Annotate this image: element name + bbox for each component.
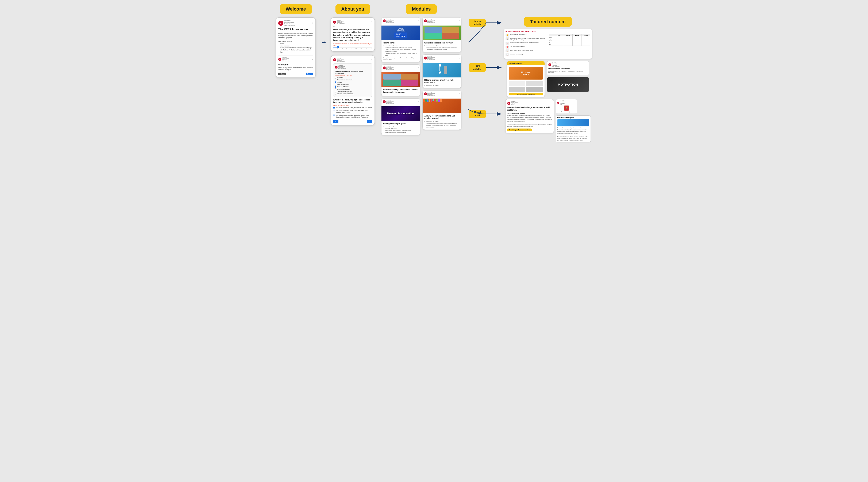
slider-fill bbox=[333, 47, 337, 48]
w3-2 bbox=[572, 38, 582, 40]
motivation-cards: K KnowledgeExercise-EfficacyParticipatio… bbox=[547, 61, 589, 92]
take-control-text: TAKECONTROL bbox=[396, 33, 405, 37]
module-he-header: K KnowledgeExercise-EfficacyParticipatio… bbox=[423, 55, 461, 61]
menu-we[interactable]: ≡ bbox=[459, 20, 460, 22]
pain-arthritis-row: Exercise Referral 📋 ExerciseReferral Exe… bbox=[507, 61, 589, 97]
radio-2[interactable]: I would like to be more active, but I ha… bbox=[333, 110, 372, 113]
mini-logo-text-a1: KnowledgeExercise-EfficacyParticipationK… bbox=[337, 20, 345, 25]
w2-4 bbox=[564, 42, 572, 44]
ps-card-title: Parkinson's and Sports bbox=[557, 117, 589, 118]
ref-img-2 bbox=[526, 81, 543, 86]
radio-3[interactable]: I am quite active already, but I would l… bbox=[333, 114, 372, 118]
menu-icon-a1[interactable]: ≡ bbox=[371, 21, 372, 23]
slider-thumb[interactable] bbox=[337, 46, 339, 48]
mini-logo-tc: K KnowledgeExercise-EfficacyParticipatio… bbox=[383, 19, 394, 23]
menu-he[interactable]: ≡ bbox=[459, 57, 460, 59]
menu-icon-a2[interactable]: ≡ bbox=[371, 59, 372, 61]
cb-circle-7[interactable] bbox=[335, 91, 336, 92]
arrow-line bbox=[322, 42, 324, 43]
module-tc-subtitle: In this session we look at: bbox=[383, 45, 418, 47]
cb-circle-6[interactable] bbox=[335, 88, 336, 90]
cb-circle-2[interactable] bbox=[335, 79, 336, 81]
module-we-text: In this session we look at: Exercise rec… bbox=[424, 45, 460, 51]
ex-img-4 bbox=[442, 33, 459, 39]
module-mg-img: Meaning is motivation. bbox=[381, 107, 420, 121]
ar-point-1: Available resources online and around Ca… bbox=[426, 122, 460, 124]
sport-img-4 bbox=[401, 80, 418, 86]
slider-tick: 20 bbox=[337, 48, 338, 49]
breathing-button[interactable]: Breathing and voice exercises bbox=[507, 128, 532, 131]
about-next-btn[interactable]: > bbox=[367, 120, 372, 123]
about-back-btn[interactable]: < bbox=[333, 120, 338, 123]
motivation-text: Motivation can be low especially if you … bbox=[548, 70, 588, 73]
radio-dot-1[interactable] bbox=[333, 107, 335, 109]
cb-none[interactable]: I do not experience any... bbox=[335, 93, 371, 95]
menu-tc[interactable]: ≡ bbox=[418, 20, 419, 22]
cb-circle-5[interactable] bbox=[335, 86, 336, 88]
day-2: Tue bbox=[549, 38, 555, 40]
w3-4 bbox=[572, 42, 582, 44]
keep-logo: K bbox=[278, 21, 283, 26]
cb-swallowing[interactable]: Difficulty swallowing bbox=[335, 88, 371, 90]
pd-sport-subtitle: Parkinson's and Sports bbox=[507, 112, 552, 114]
table-row: Thu bbox=[549, 42, 590, 44]
radio-dot-2[interactable] bbox=[333, 110, 335, 112]
module-ar-title: Activity resources around me and moving … bbox=[424, 115, 460, 120]
w1-2 bbox=[555, 38, 564, 40]
module-pa-img bbox=[381, 72, 420, 87]
module-we-title: WHICH exercise is best for me? bbox=[424, 42, 460, 44]
ar-list: Available resources online and around Ca… bbox=[426, 122, 460, 128]
menu-icon2[interactable]: ≡ bbox=[312, 58, 313, 60]
cb-circle-3[interactable] bbox=[335, 82, 336, 83]
menu-icon[interactable]: ≡ bbox=[312, 22, 313, 25]
pd-small-text: Parkinson's and Sports bbox=[557, 111, 576, 113]
item-enjoy: 👍 Choose an activity you enjoy. bbox=[505, 34, 547, 36]
cb-label-4: Muscle weakness bbox=[337, 84, 349, 85]
back-button[interactable]: < Back bbox=[278, 72, 286, 76]
slider-bar[interactable] bbox=[333, 47, 372, 48]
cb-stiffness[interactable]: Stiffness bbox=[335, 77, 371, 79]
module-mg-title: Setting meaningful goals bbox=[383, 123, 418, 125]
menu-ar[interactable]: ≡ bbox=[459, 93, 460, 95]
record-text: Keep record of your progress/SET Goals bbox=[510, 50, 533, 51]
radio-1[interactable]: I would like to be more active, but I am… bbox=[333, 107, 372, 109]
radio-dot-3[interactable] bbox=[333, 114, 335, 116]
menu-pa[interactable]: ≡ bbox=[418, 67, 419, 69]
day-4: Thu bbox=[549, 42, 555, 44]
mini-logo: K KnowledgeExercise-EfficacyParticipatio… bbox=[278, 57, 290, 62]
ref-img-1 bbox=[509, 81, 525, 86]
exercise-referral-card: Exercise Referral 📋 ExerciseReferral Exe… bbox=[507, 61, 545, 97]
enjoy-icon: 👍 bbox=[505, 34, 509, 36]
control-text: CONTROL bbox=[397, 30, 405, 32]
item-goals: 🎯 Set small achievable goals. bbox=[505, 46, 547, 49]
motivation-card: K KnowledgeExercise-EfficacyParticipatio… bbox=[547, 61, 589, 76]
mg-img-inner: Meaning is motivation. bbox=[381, 107, 420, 121]
cb-tremor[interactable]: Tremor bbox=[335, 82, 371, 83]
menu-mg[interactable]: ≡ bbox=[418, 101, 419, 103]
slider-tick: 116 bbox=[355, 48, 357, 49]
radio-label: Please choose one option bbox=[333, 105, 372, 106]
next-button[interactable]: Next > bbox=[306, 72, 313, 76]
mini-logo-circle-pa: K bbox=[383, 66, 386, 69]
module-he-body: HOW to exercise effectively with Parkins… bbox=[423, 78, 461, 88]
mini-logo-pa: K KnowledgeExercise-EfficacyParticipatio… bbox=[383, 66, 394, 70]
cb-slowness[interactable]: Slowness of movement bbox=[335, 79, 371, 81]
machine-icon bbox=[444, 66, 447, 74]
cb-circle-8[interactable] bbox=[335, 93, 336, 95]
cb-circle-4[interactable] bbox=[335, 84, 336, 86]
sport-img-2 bbox=[401, 74, 418, 80]
about-you-column: About you K KnowledgeExercise-EfficacyPa… bbox=[331, 4, 375, 126]
cb-other[interactable]: Other (please specify) bbox=[335, 91, 371, 92]
record-icon: 📋 bbox=[505, 50, 509, 52]
activity-question: Which of the following options describes… bbox=[333, 98, 372, 104]
mini-logo-text-ps: KnowledgeExerciseParticipationKEEP bbox=[560, 100, 565, 105]
cb-posture[interactable]: Posture difficulties bbox=[335, 86, 371, 88]
tc-point-1: The impact of diagnosis and taking back … bbox=[385, 47, 418, 49]
cb-weakness[interactable]: Muscle weakness bbox=[335, 84, 371, 86]
mg-point-3: Identifying strategies to help meet our.… bbox=[385, 132, 418, 133]
cb-label-3: Tremor bbox=[337, 82, 342, 83]
cb-circle-1[interactable] bbox=[335, 77, 336, 79]
slider-min: 0 bbox=[333, 48, 334, 49]
module-we-header: K KnowledgeExercise-EfficacyParticipatio… bbox=[423, 18, 461, 24]
w1-1 bbox=[555, 36, 564, 38]
